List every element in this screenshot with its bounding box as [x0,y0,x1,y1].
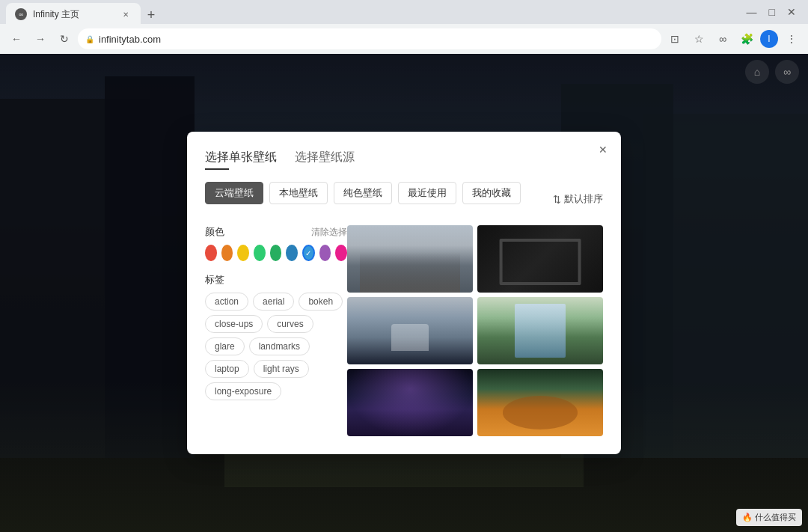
page-content: ⌂ ∞ ✕ 选择单张壁纸 选择壁纸源 云端壁纸 本地壁纸 纯色 [0,54,808,532]
back-button[interactable]: ← [6,28,27,49]
color-dots-row: ✓ [205,245,347,261]
color-light-green[interactable] [254,245,266,261]
color-dark-blue[interactable] [286,245,298,261]
tag-long-exposure[interactable]: long-exposure [205,382,281,400]
window-controls: — □ ✕ [747,6,802,18]
sort-icon: ⇅ [553,194,561,205]
close-button[interactable]: ✕ [787,6,796,18]
badge-icon: 🔥 [742,513,753,522]
tags-section: 标签 action aerial bokeh close-ups curves … [205,273,347,400]
wallpaper-thumb-3[interactable] [347,297,473,364]
new-tab-button[interactable]: + [141,4,162,25]
color-pink[interactable] [335,245,347,261]
dialog-tabs-row: 云端壁纸 本地壁纸 纯色壁纸 最近使用 我的收藏 ⇅ 默认排序 [205,182,603,216]
maximize-button[interactable]: □ [769,6,775,18]
tag-close-ups[interactable]: close-ups [205,315,263,333]
tab-favicon: ∞ [15,8,27,20]
sort-button[interactable]: ⇅ 默认排序 [553,192,603,206]
dialog-body: 颜色 清除选择 ✓ [205,225,603,436]
sort-label: 默认排序 [564,192,603,206]
colors-section-header: 颜色 清除选择 [205,225,347,239]
tag-curves[interactable]: curves [267,315,313,333]
left-panel: 颜色 清除选择 ✓ [205,225,347,436]
bottom-badge: 🔥 什么值得买 [736,509,802,526]
title-bar: ∞ Infinity 主页 ✕ + — □ ✕ [0,0,808,24]
cast-button[interactable]: ⊡ [664,28,685,49]
nav-bar: ← → ↻ 🔒 infinitytab.com ⊡ ☆ ∞ 🧩 I ⋮ [0,24,808,54]
dialog-header: 选择单张壁纸 选择壁纸源 [205,150,603,165]
minimize-button[interactable]: — [747,6,757,18]
color-blue-selected[interactable]: ✓ [302,245,315,261]
dialog-title-main: 选择单张壁纸 [205,150,277,165]
wallpaper-thumb-1[interactable] [347,225,473,293]
tab-title: Infinity 主页 [33,8,79,21]
color-orange[interactable] [221,245,233,261]
bookmark-button[interactable]: ☆ [688,28,709,49]
extensions-button[interactable]: 🧩 [736,28,757,49]
tags-grid: action aerial bokeh close-ups curves gla… [205,293,347,400]
wallpaper-thumb-5[interactable] [347,369,473,436]
badge-text: 什么值得买 [755,513,796,522]
infinity-ext-button[interactable]: ∞ [712,28,733,49]
color-red[interactable] [205,245,217,261]
tag-laptop[interactable]: laptop [205,360,249,378]
tab-local-wallpaper[interactable]: 本地壁纸 [269,182,328,204]
dialog-close-button[interactable]: ✕ [594,141,612,159]
browser-tab[interactable]: ∞ Infinity 主页 ✕ [6,3,141,25]
address-bar[interactable]: 🔒 infinitytab.com [78,28,661,49]
menu-button[interactable]: ⋮ [781,28,802,49]
url-text: infinitytab.com [99,34,161,45]
tab-favorites[interactable]: 我的收藏 [462,182,521,204]
color-yellow[interactable] [237,245,249,261]
color-green[interactable] [270,245,282,261]
browser-frame: ∞ Infinity 主页 ✕ + — □ ✕ ← → ↻ 🔒 infinity… [0,0,808,532]
clear-selection-button[interactable]: 清除选择 [311,226,347,239]
title-underline [205,168,229,170]
profile-button[interactable]: I [760,30,778,48]
wallpaper-thumb-6[interactable] [477,369,603,436]
dialog-title-secondary[interactable]: 选择壁纸源 [295,150,355,165]
dialog-overlay: ✕ 选择单张壁纸 选择壁纸源 云端壁纸 本地壁纸 纯色壁纸 最近使用 我的收藏 [0,54,808,532]
wallpaper-dialog: ✕ 选择单张壁纸 选择壁纸源 云端壁纸 本地壁纸 纯色壁纸 最近使用 我的收藏 [187,132,621,454]
tag-light-rays[interactable]: light rays [254,360,309,378]
tag-landmarks[interactable]: landmarks [249,337,310,355]
wallpaper-grid [347,225,603,436]
tags-label: 标签 [205,273,347,287]
wallpaper-thumb-4[interactable] [477,297,603,364]
lock-icon: 🔒 [85,35,94,43]
tag-action[interactable]: action [205,293,248,311]
tag-glare[interactable]: glare [205,337,245,355]
tag-aerial[interactable]: aerial [253,293,294,311]
color-purple[interactable] [319,245,331,261]
colors-label: 颜色 [205,225,224,239]
dialog-tabs: 云端壁纸 本地壁纸 纯色壁纸 最近使用 我的收藏 [205,182,521,204]
tab-solid-color[interactable]: 纯色壁纸 [334,182,392,204]
wallpaper-thumb-2[interactable] [477,225,603,293]
reload-button[interactable]: ↻ [54,28,75,49]
nav-right-buttons: ⊡ ☆ ∞ 🧩 I ⋮ [664,28,802,49]
tab-close-btn[interactable]: ✕ [120,8,132,20]
tag-bokeh[interactable]: bokeh [299,293,343,311]
forward-button[interactable]: → [30,28,51,49]
tab-recent[interactable]: 最近使用 [398,182,456,204]
tab-cloud-wallpaper[interactable]: 云端壁纸 [205,182,263,204]
